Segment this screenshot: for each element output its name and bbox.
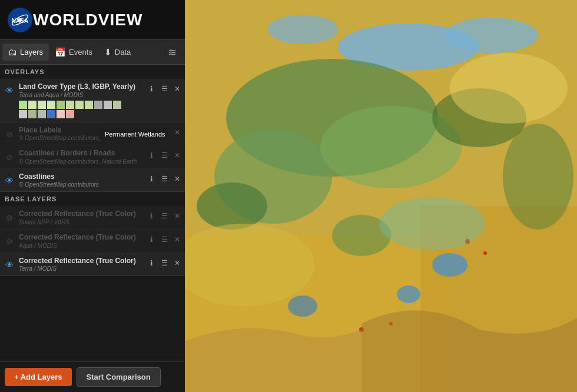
- layer-visibility-toggle[interactable]: ⊘: [2, 150, 16, 164]
- layer-source: Terra / MODIS: [19, 265, 144, 272]
- layer-content: Land Cover Type (L3, IGBP, Yearly) Terra…: [19, 82, 144, 118]
- nasa-logo: NASA: [7, 7, 33, 33]
- layer-source: Terra and Aqua / MODIS: [19, 92, 144, 98]
- layer-controls: ℹ ☰ ✕: [146, 150, 183, 161]
- layer-source: © OpenStreetMap contributors, Natural Ea…: [19, 158, 144, 165]
- color-swatch: [85, 101, 93, 109]
- color-swatch: [104, 101, 112, 109]
- layers-panel: OVERLAYS 👁 Land Cover Type (L3, IGBP, Ye…: [0, 65, 185, 361]
- layers-icon: 🗂: [8, 47, 17, 57]
- layer-name: Corrected Reflectance (True Color): [19, 257, 144, 266]
- layer-info-button[interactable]: ℹ: [146, 234, 157, 245]
- layer-controls: ℹ ☰ ✕: [146, 84, 183, 94]
- layer-options-button[interactable]: ☰: [159, 211, 170, 221]
- layer-visibility-toggle[interactable]: 👁: [2, 174, 16, 188]
- layer-content: Coastlines / Borders / Roads © OpenStree…: [19, 149, 144, 165]
- layer-visibility-toggle[interactable]: ⊘: [2, 211, 16, 225]
- svg-point-22: [379, 197, 485, 250]
- color-swatch: [28, 101, 37, 109]
- layer-source: Suomi NPP / VIIRS: [19, 219, 144, 225]
- layer-name: Corrected Reflectance (True Color): [19, 233, 144, 242]
- layer-info-button[interactable]: ℹ: [146, 258, 157, 268]
- add-layers-button[interactable]: + Add Layers: [5, 368, 72, 386]
- layer-visibility-toggle[interactable]: ⊘: [2, 234, 16, 248]
- layer-source: © OpenStreetMap contributors: [19, 181, 144, 188]
- layer-info-button[interactable]: ℹ: [146, 174, 157, 184]
- tab-data[interactable]: ⬇ Data: [98, 44, 137, 61]
- layer-remove-button[interactable]: ✕: [172, 127, 183, 138]
- layer-content: Corrected Reflectance (True Color) Terra…: [19, 257, 144, 273]
- color-swatch: [57, 110, 65, 118]
- layer-visibility-toggle[interactable]: 👁: [2, 258, 16, 272]
- color-swatch: [38, 101, 46, 109]
- svg-point-26: [18, 18, 22, 22]
- svg-point-20: [450, 53, 568, 124]
- start-comparison-button[interactable]: Start Comparison: [77, 367, 161, 387]
- color-swatch: [47, 110, 55, 118]
- color-swatch: [19, 110, 27, 118]
- layer-content: Coastlines © OpenStreetMap contributors: [19, 172, 144, 188]
- layer-item: ⊘ Place Labels © OpenStreetMap contribut…: [0, 122, 185, 146]
- layer-source: © OpenStreetMap contributors, Natural Ea…: [19, 135, 144, 141]
- layer-item: ⊘ Coastlines / Borders / Roads © OpenStr…: [0, 145, 185, 169]
- tab-events-label: Events: [69, 48, 92, 57]
- layer-remove-button[interactable]: ✕: [172, 211, 183, 221]
- app-header: NASA Worldview: [0, 0, 185, 40]
- layer-visibility-toggle[interactable]: ⊘: [2, 127, 16, 141]
- layer-item: 👁 Coastlines © OpenStreetMap contributor…: [0, 169, 185, 192]
- layer-options-button[interactable]: ☰: [159, 258, 170, 268]
- layer-name: Coastlines / Borders / Roads: [19, 149, 144, 158]
- layer-controls: ℹ ☰ ✕: [146, 234, 183, 245]
- svg-point-12: [397, 285, 420, 303]
- svg-point-15: [483, 251, 487, 255]
- data-icon: ⬇: [104, 47, 112, 58]
- base-layers-section-header: BASE LAYERS: [0, 192, 185, 206]
- layer-name: Coastlines: [19, 172, 144, 182]
- sidebar: NASA Worldview 🗂 Layers 📅 Events ⬇ Data …: [0, 0, 185, 392]
- layer-swatches: [19, 101, 125, 118]
- layer-info-button[interactable]: ℹ: [146, 211, 157, 221]
- layer-remove-button[interactable]: ✕: [172, 84, 183, 94]
- tab-layers-label: Layers: [20, 48, 43, 57]
- app-title: Worldview: [33, 11, 142, 29]
- layer-options-button[interactable]: ☰: [159, 234, 170, 245]
- map-view[interactable]: [185, 0, 577, 392]
- layer-visibility-toggle[interactable]: 👁: [2, 84, 16, 98]
- layer-remove-button[interactable]: ✕: [172, 174, 183, 184]
- layer-options-button[interactable]: ☰: [159, 150, 170, 161]
- layer-content: Corrected Reflectance (True Color) Aqua …: [19, 233, 144, 249]
- layer-name: Place Labels: [19, 126, 144, 135]
- layer-options-button[interactable]: ☰: [159, 174, 170, 184]
- layer-controls: ℹ ☰ ✕: [146, 174, 183, 184]
- compare-icon[interactable]: ≋: [162, 42, 183, 62]
- color-swatch: [38, 110, 46, 118]
- layer-remove-button[interactable]: ✕: [172, 258, 183, 268]
- color-swatch: [66, 110, 74, 118]
- svg-point-11: [432, 253, 467, 277]
- tab-events[interactable]: 📅 Events: [49, 44, 98, 61]
- layer-remove-button[interactable]: ✕: [172, 150, 183, 161]
- svg-point-13: [288, 295, 317, 317]
- color-swatch: [57, 101, 65, 109]
- color-swatch: [113, 101, 121, 109]
- color-swatch: [75, 101, 84, 109]
- svg-point-2: [444, 18, 538, 53]
- svg-point-9: [197, 182, 267, 230]
- layer-info-button[interactable]: ℹ: [146, 84, 157, 94]
- layer-name: Corrected Reflectance (True Color): [19, 210, 144, 219]
- layer-info-button[interactable]: ℹ: [146, 127, 157, 138]
- layer-content: Place Labels © OpenStreetMap contributor…: [19, 126, 144, 142]
- layer-options-button[interactable]: ☰: [159, 127, 170, 138]
- bottom-bar: + Add Layers Start Comparison: [0, 361, 185, 392]
- tab-layers[interactable]: 🗂 Layers: [2, 44, 49, 61]
- overlays-section-header: OVERLAYS: [0, 65, 185, 79]
- svg-point-3: [267, 15, 338, 44]
- layer-controls: ℹ ☰ ✕: [146, 127, 183, 138]
- layer-remove-button[interactable]: ✕: [172, 234, 183, 245]
- color-swatch: [47, 101, 55, 109]
- layer-item: 👁 Land Cover Type (L3, IGBP, Yearly) Ter…: [0, 79, 185, 122]
- color-swatch: [19, 101, 27, 109]
- layer-source: Aqua / MODIS: [19, 242, 144, 249]
- layer-options-button[interactable]: ☰: [159, 84, 170, 94]
- layer-info-button[interactable]: ℹ: [146, 150, 157, 161]
